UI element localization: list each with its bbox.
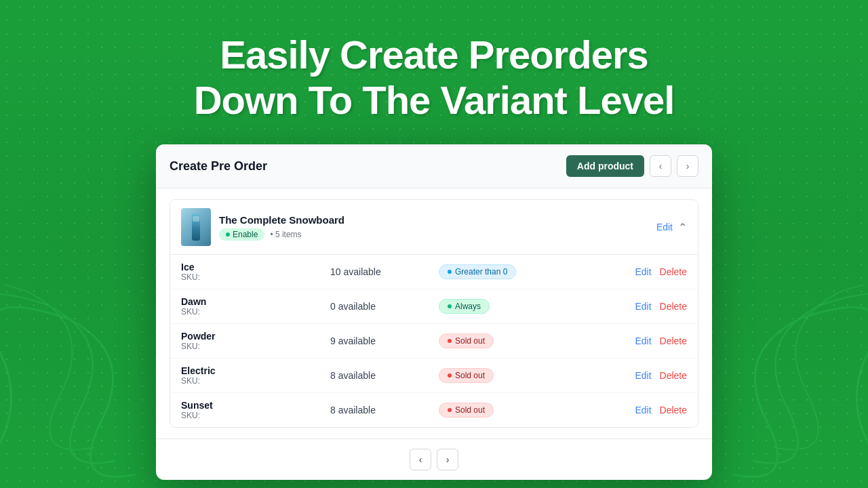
hero-title: Easily Create Preorders Down To The Vari… [0, 0, 868, 123]
product-image-graphic [192, 214, 200, 241]
card-header-actions: Add product ‹ › [566, 155, 698, 177]
variant-condition-col: Sold out [439, 368, 606, 383]
product-image [181, 208, 211, 246]
variant-name: Dawn [181, 296, 330, 307]
badge-dot-icon [448, 373, 452, 378]
badge-dot-icon [448, 270, 452, 274]
variant-condition-label: Greater than 0 [455, 267, 507, 277]
product-info: The Complete Snowboard Enable • 5 items [181, 208, 344, 246]
variant-delete-button[interactable]: Delete [660, 336, 687, 346]
table-row: Dawn SKU: 0 available Always Edit Delete [170, 289, 698, 324]
product-item-count: • 5 items [270, 230, 301, 239]
variant-name: Powder [181, 331, 330, 342]
variant-edit-button[interactable]: Edit [635, 266, 651, 277]
variant-sku: SKU: [181, 272, 330, 282]
variant-actions: Edit Delete [606, 370, 687, 381]
create-preorder-card: Create Pre Order Add product ‹ › [156, 144, 712, 480]
product-meta: Enable • 5 items [219, 228, 344, 241]
variant-condition-badge: Always [439, 299, 490, 314]
footer-next-button[interactable]: › [437, 449, 458, 470]
card-container: Create Pre Order Add product ‹ › [0, 144, 868, 480]
variants-table: Ice SKU: 10 available Greater than 0 Edi… [170, 254, 698, 427]
variant-condition-col: Greater than 0 [439, 264, 606, 279]
table-row: Ice SKU: 10 available Greater than 0 Edi… [170, 255, 698, 289]
variant-name-col: Sunset SKU: [181, 400, 330, 420]
variant-sku: SKU: [181, 342, 330, 351]
variant-availability: 8 available [330, 370, 439, 381]
chevron-left-icon: ‹ [659, 161, 663, 171]
variant-name: Ice [181, 262, 330, 272]
variant-condition-badge: Sold out [439, 403, 494, 418]
table-row: Powder SKU: 9 available Sold out Edit De… [170, 324, 698, 359]
variant-condition-label: Always [455, 302, 481, 311]
product-status-badge: Enable [219, 228, 264, 241]
add-product-button[interactable]: Add product [566, 155, 644, 177]
variant-availability: 0 available [330, 301, 439, 312]
chevron-right-icon: › [686, 161, 690, 171]
badge-dot-icon [448, 339, 452, 343]
variant-condition-badge: Greater than 0 [439, 264, 516, 279]
variant-actions: Edit Delete [606, 405, 687, 415]
badge-dot-icon [448, 304, 452, 308]
variant-condition-badge: Sold out [439, 333, 494, 348]
variant-delete-button[interactable]: Delete [660, 405, 687, 415]
variant-condition-col: Sold out [439, 403, 606, 418]
variant-condition-label: Sold out [455, 336, 485, 346]
product-edit-area: Edit ⌃ [656, 221, 687, 234]
footer-prev-button[interactable]: ‹ [410, 449, 431, 470]
variant-actions: Edit Delete [606, 301, 687, 312]
badge-dot-icon [448, 408, 452, 412]
variant-availability: 9 available [330, 336, 439, 346]
variant-name-col: Powder SKU: [181, 331, 330, 351]
variant-condition-col: Always [439, 299, 606, 314]
card-title: Create Pre Order [170, 159, 267, 174]
table-row: Sunset SKU: 8 available Sold out Edit De… [170, 393, 698, 427]
variant-delete-button[interactable]: Delete [660, 370, 687, 381]
variant-condition-col: Sold out [439, 333, 606, 348]
product-details: The Complete Snowboard Enable • 5 items [219, 214, 344, 241]
variant-sku: SKU: [181, 376, 330, 386]
variant-name-col: Electric SKU: [181, 365, 330, 386]
variant-condition-badge: Sold out [439, 368, 494, 383]
variant-sku: SKU: [181, 411, 330, 420]
variant-delete-button[interactable]: Delete [660, 266, 687, 277]
variant-sku: SKU: [181, 307, 330, 317]
chevron-up-icon: ⌃ [678, 221, 687, 234]
variant-edit-button[interactable]: Edit [635, 405, 651, 415]
variant-edit-button[interactable]: Edit [635, 336, 651, 346]
product-name: The Complete Snowboard [219, 214, 344, 226]
variant-actions: Edit Delete [606, 336, 687, 346]
hero-title-line2: Down To The Variant Level [0, 78, 868, 123]
chevron-left-icon: ‹ [419, 454, 422, 465]
card-header: Create Pre Order Add product ‹ › [156, 144, 712, 188]
card-body: The Complete Snowboard Enable • 5 items … [156, 188, 712, 439]
product-edit-button[interactable]: Edit [656, 222, 673, 232]
product-header: The Complete Snowboard Enable • 5 items … [170, 200, 698, 254]
variant-actions: Edit Delete [606, 266, 687, 277]
variant-edit-button[interactable]: Edit [635, 370, 651, 381]
table-row: Electric SKU: 8 available Sold out Edit … [170, 359, 698, 393]
header-next-button[interactable]: › [677, 155, 698, 177]
header-prev-button[interactable]: ‹ [650, 155, 671, 177]
variant-delete-button[interactable]: Delete [660, 301, 687, 312]
variant-availability: 8 available [330, 405, 439, 415]
variant-name: Electric [181, 365, 330, 376]
product-row: The Complete Snowboard Enable • 5 items … [170, 199, 698, 428]
chevron-right-icon: › [446, 454, 450, 465]
variant-condition-label: Sold out [455, 405, 485, 415]
variant-name-col: Ice SKU: [181, 262, 330, 282]
variant-availability: 10 available [330, 266, 439, 277]
hero-title-line1: Easily Create Preorders [0, 33, 868, 78]
card-footer: ‹ › [156, 439, 712, 480]
variant-name: Sunset [181, 400, 330, 411]
variant-name-col: Dawn SKU: [181, 296, 330, 317]
variant-condition-label: Sold out [455, 371, 485, 380]
variant-edit-button[interactable]: Edit [635, 301, 651, 312]
